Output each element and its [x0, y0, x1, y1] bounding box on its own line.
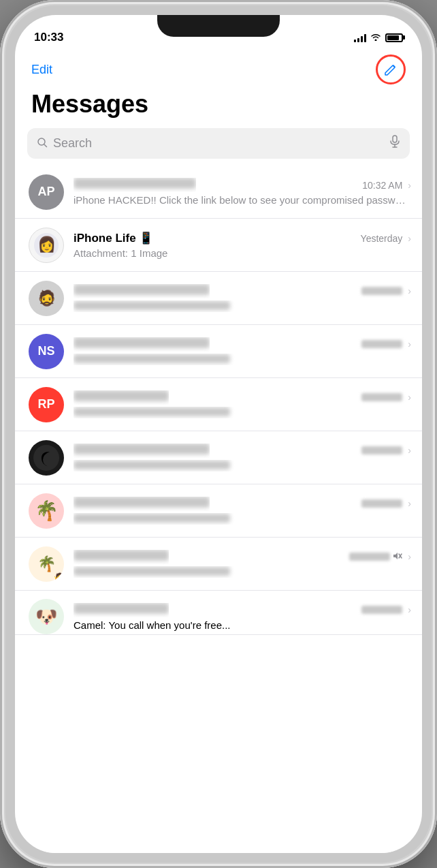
contact-name: [74, 390, 169, 405]
list-item[interactable]: ›: [15, 431, 422, 484]
contact-name: [74, 178, 196, 192]
compose-icon: [383, 62, 398, 77]
chevron-right-icon: ›: [408, 604, 411, 615]
message-content: iPhone Life 📱 Yesterday › Attachment: 1 …: [74, 231, 411, 259]
chevron-right-icon: ›: [408, 445, 411, 456]
nav-bar: Edit: [15, 50, 422, 87]
message-time-blurred: [361, 287, 402, 295]
message-time: 10:32 AM: [362, 180, 402, 191]
message-time-blurred: [361, 340, 402, 348]
message-preview: [74, 407, 411, 418]
chevron-right-icon: ›: [408, 180, 411, 191]
message-preview: [74, 460, 411, 471]
message-preview: iPhone HACKED!! Click the link below to …: [74, 194, 411, 206]
contact-name: [74, 497, 210, 511]
page-title: Messages: [15, 87, 422, 128]
svg-text:👩: 👩: [37, 235, 56, 253]
chevron-right-icon: ›: [408, 339, 411, 350]
message-header: ›: [74, 550, 411, 564]
phone-inner: 10:33: [5, 5, 432, 863]
moon-avatar-icon: [33, 445, 59, 471]
message-preview: [74, 513, 411, 525]
avatar: 🌴 🤷: [29, 546, 64, 582]
svg-point-0: [375, 40, 377, 42]
avatar: 👩: [29, 228, 64, 263]
status-icons: [354, 32, 403, 43]
contact-name: iPhone Life 📱: [74, 231, 153, 245]
list-item[interactable]: 🧔 ›: [15, 272, 422, 325]
message-header: ›: [74, 444, 411, 458]
avatar: 🌴: [29, 493, 64, 529]
contact-name: [74, 284, 210, 298]
contact-name: [74, 603, 169, 617]
signal-icon: [354, 33, 366, 42]
chevron-right-icon: ›: [408, 285, 411, 296]
screen: 10:33: [15, 15, 422, 853]
message-header: ›: [74, 603, 411, 617]
message-time-blurred: [361, 393, 402, 401]
list-item[interactable]: NS ›: [15, 325, 422, 378]
message-content: ›: [74, 444, 411, 471]
list-item[interactable]: 🌴 ›: [15, 484, 422, 538]
chevron-right-icon: ›: [408, 551, 411, 562]
message-preview: [74, 354, 411, 365]
message-preview: [74, 566, 411, 578]
message-header: ›: [74, 284, 411, 298]
contact-name: [74, 337, 210, 352]
contact-name: [74, 444, 210, 458]
list-item[interactable]: RP ›: [15, 378, 422, 431]
chevron-right-icon: ›: [408, 498, 411, 509]
avatar: [29, 440, 64, 476]
message-content: ›: [74, 390, 411, 418]
message-header: ›: [74, 497, 411, 511]
message-header: ›: [74, 337, 411, 352]
svg-text:🧔: 🧔: [37, 289, 56, 307]
wifi-icon: [370, 32, 381, 43]
message-header: iPhone Life 📱 Yesterday ›: [74, 231, 411, 245]
message-preview: [74, 300, 411, 312]
compose-button[interactable]: [376, 55, 406, 84]
message-time-blurred: [361, 446, 402, 454]
message-content: 10:32 AM › iPhone HACKED!! Click the lin…: [74, 178, 411, 206]
svg-point-10: [33, 445, 59, 471]
avatar: AP: [29, 174, 64, 210]
edit-button[interactable]: Edit: [31, 63, 52, 77]
battery-icon: [385, 33, 403, 42]
message-content: ›: [74, 284, 411, 312]
search-bar[interactable]: Search: [27, 128, 410, 159]
list-item[interactable]: 🐶 › Camel: You call when you're free...: [15, 591, 422, 635]
message-content: ›: [74, 550, 411, 578]
contact-name: [74, 550, 169, 564]
message-list: AP 10:32 AM › iPhone HACKED!! Click the …: [15, 166, 422, 635]
message-time-blurred: [361, 499, 402, 508]
status-time: 10:33: [34, 31, 63, 44]
message-header: 10:32 AM ›: [74, 178, 411, 192]
message-content: ›: [74, 497, 411, 525]
message-header: ›: [74, 390, 411, 405]
avatar: 🐶: [29, 599, 64, 634]
avatar: 🧔: [29, 281, 64, 316]
chevron-right-icon: ›: [408, 392, 411, 403]
phone-frame: 10:33: [0, 0, 437, 868]
notch: [157, 15, 280, 37]
mute-icon: [393, 551, 402, 563]
search-icon: [37, 137, 48, 151]
message-content: › Camel: You call when you're free...: [74, 603, 411, 631]
message-time-blurred: [361, 606, 402, 614]
message-time-blurred: [349, 553, 390, 561]
avatar: NS: [29, 334, 64, 369]
message-preview: Camel: You call when you're free...: [74, 619, 411, 631]
list-item[interactable]: 👩 iPhone Life 📱 Yesterday › Attachment: …: [15, 219, 422, 272]
list-item[interactable]: 🌴 🤷: [15, 538, 422, 591]
svg-rect-3: [393, 136, 397, 142]
mic-icon: [389, 135, 400, 152]
chevron-right-icon: ›: [408, 233, 411, 244]
message-time: Yesterday: [361, 233, 403, 244]
compose-btn-wrapper: [376, 55, 406, 84]
message-content: ›: [74, 337, 411, 365]
search-placeholder: Search: [53, 136, 384, 151]
bottom-fade: [15, 812, 422, 853]
svg-line-2: [44, 144, 47, 147]
list-item[interactable]: AP 10:32 AM › iPhone HACKED!! Click the …: [15, 166, 422, 219]
message-preview: Attachment: 1 Image: [74, 247, 411, 259]
